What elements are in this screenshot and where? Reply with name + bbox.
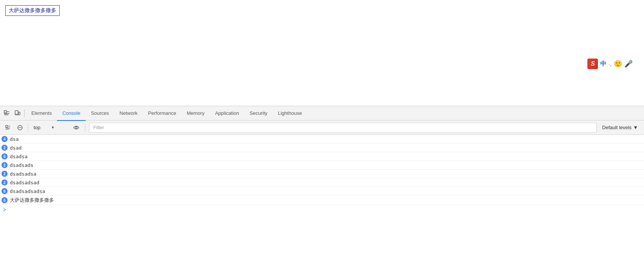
chinese-input-icon[interactable]: 中: [600, 60, 606, 68]
log-entry[interactable]: 2 dsadsadsad: [0, 178, 644, 187]
log-entry[interactable]: 2 dsad: [0, 144, 644, 152]
tab-lighthouse[interactable]: Lighthouse: [273, 107, 307, 121]
tab-performance[interactable]: Performance: [143, 107, 181, 121]
devtools-toolbar: top ▼ Default levels ▼: [0, 120, 644, 135]
log-entry[interactable]: 6 大萨达撒多撒多撒多: [0, 196, 644, 205]
svg-rect-0: [4, 111, 6, 113]
log-entry[interactable]: 6 dsadsadsadsa: [0, 187, 644, 196]
inspect-element-button[interactable]: [2, 108, 12, 119]
emoji-icon[interactable]: 🙂: [614, 60, 622, 68]
svg-point-13: [75, 127, 77, 128]
log-text: dsadsa: [10, 154, 28, 159]
tab-application[interactable]: Application: [210, 107, 245, 121]
console-log-area: 4 dsa 2 dsad 6 dsadsa 2 dsadsads 2 dsads…: [0, 135, 644, 259]
devtools-tabs-bar: Elements Console Sources Network Perform…: [0, 106, 644, 120]
log-entry[interactable]: 6 dsadsa: [0, 152, 644, 161]
filter-separator: [85, 124, 85, 131]
tab-network[interactable]: Network: [114, 107, 143, 121]
log-badge: 2: [2, 171, 8, 177]
punctuation-icon[interactable]: ·,: [609, 61, 612, 67]
microphone-icon[interactable]: 🎤: [624, 60, 633, 68]
svg-rect-7: [6, 125, 8, 127]
log-badge: 2: [2, 179, 8, 185]
tab-console[interactable]: Console: [57, 107, 86, 121]
log-text: dsa: [10, 136, 18, 142]
log-text: 大萨达撒多撒多撒多: [10, 197, 54, 204]
device-toolbar-button[interactable]: [12, 108, 23, 119]
context-dropdown-arrow: ▼: [51, 125, 67, 130]
text-box: 大萨达撒多撒多撒多: [5, 5, 60, 16]
system-tray: S 中 ·, 🙂 🎤: [587, 59, 633, 69]
log-badge: 4: [2, 136, 8, 142]
clear-console-button[interactable]: [15, 123, 25, 133]
svg-rect-5: [18, 112, 20, 115]
log-badge: 2: [2, 145, 8, 151]
tab-elements[interactable]: Elements: [26, 107, 57, 121]
tab-memory[interactable]: Memory: [182, 107, 210, 121]
log-text: dsadsadsad: [10, 180, 39, 185]
log-badge: 6: [2, 153, 8, 159]
log-text: dsad: [10, 145, 22, 151]
prompt-arrow: >: [3, 207, 6, 213]
default-levels-label: Default levels: [602, 125, 632, 130]
context-selector[interactable]: top ▼: [31, 123, 69, 133]
console-prompt[interactable]: >: [0, 205, 644, 214]
filter-input[interactable]: [91, 123, 595, 133]
context-value: top: [34, 125, 49, 130]
page-content: 大萨达撒多撒多撒多 S 中 ·, 🙂 🎤: [0, 0, 644, 106]
log-text: dsadsads: [10, 162, 34, 168]
log-badge: 2: [2, 162, 8, 168]
execute-context-button[interactable]: [3, 123, 13, 133]
sogou-input-icon[interactable]: S: [587, 59, 598, 69]
log-badge: 6: [2, 188, 8, 194]
log-entry[interactable]: 2 dsadsads: [0, 161, 644, 170]
tab-sources[interactable]: Sources: [86, 107, 114, 121]
log-entry[interactable]: 2 dsadsadsa: [0, 170, 644, 178]
text-box-content: 大萨达撒多撒多撒多: [9, 7, 56, 13]
filter-container[interactable]: [89, 123, 597, 133]
log-text: dsadsadsa: [10, 171, 36, 177]
log-entry[interactable]: 4 dsa: [0, 135, 644, 144]
tab-security[interactable]: Security: [244, 107, 273, 121]
default-levels-arrow: ▼: [633, 125, 638, 130]
toolbar-divider-1: [28, 124, 28, 131]
log-text: dsadsadsadsa: [10, 188, 45, 194]
log-badge: 6: [2, 197, 8, 203]
live-expressions-button[interactable]: [71, 123, 81, 133]
devtools-panel: Elements Console Sources Network Perform…: [0, 106, 644, 259]
default-levels-dropdown[interactable]: Default levels ▼: [599, 124, 641, 131]
tabs-divider: [24, 110, 25, 117]
